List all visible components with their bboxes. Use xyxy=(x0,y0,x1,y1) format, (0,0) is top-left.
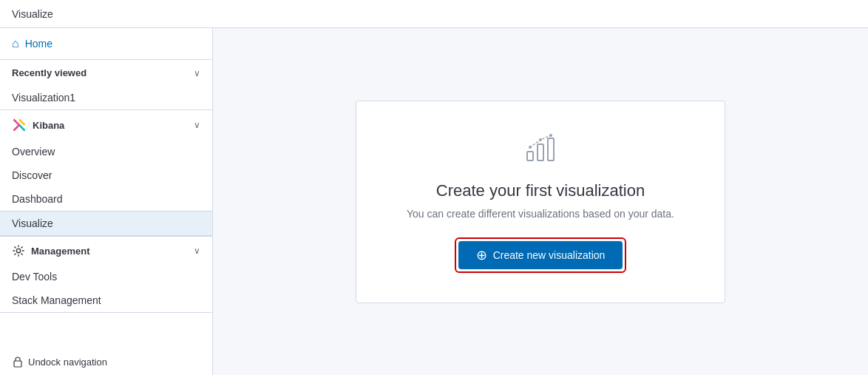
sidebar-item-dev-tools[interactable]: Dev Tools xyxy=(0,265,212,288)
content-area: Create your first visualization You can … xyxy=(213,28,868,375)
chart-icon xyxy=(523,131,558,169)
svg-rect-2 xyxy=(527,152,533,161)
create-visualization-button[interactable]: ⊕ Create new visualization xyxy=(458,241,623,269)
sidebar-item-discover[interactable]: Discover xyxy=(0,163,212,187)
undock-navigation[interactable]: Undock navigation xyxy=(0,348,212,375)
svg-rect-3 xyxy=(538,144,543,161)
management-section: Management ∨ Dev Tools Stack Management xyxy=(0,237,212,313)
undock-label: Undock navigation xyxy=(28,357,107,368)
card-title: Create your first visualization xyxy=(436,181,645,200)
sidebar-item-stack-management[interactable]: Stack Management xyxy=(0,288,212,312)
create-visualization-card: Create your first visualization You can … xyxy=(356,101,725,303)
main-layout: ⌂ Home Recently viewed ∨ Visualization1 xyxy=(0,28,868,375)
management-title: Management xyxy=(31,246,89,257)
create-button-label: Create new visualization xyxy=(493,249,606,261)
management-label-row: Management xyxy=(12,244,89,257)
sidebar: ⌂ Home Recently viewed ∨ Visualization1 xyxy=(0,28,213,375)
sidebar-item-overview[interactable]: Overview xyxy=(0,140,212,163)
create-button-wrapper: ⊕ Create new visualization xyxy=(455,237,627,273)
svg-rect-1 xyxy=(14,361,21,367)
plus-icon: ⊕ xyxy=(476,249,487,262)
sidebar-item-visualize[interactable]: Visualize xyxy=(0,211,212,236)
sidebar-item-dashboard[interactable]: Dashboard xyxy=(0,187,212,211)
recently-viewed-section: Recently viewed ∨ Visualization1 xyxy=(0,60,212,110)
management-chevron-icon: ∨ xyxy=(194,246,200,256)
kibana-section: Kibana ∨ Overview Discover Dashboard Vis… xyxy=(0,110,212,237)
gear-icon xyxy=(12,244,25,257)
management-header[interactable]: Management ∨ xyxy=(0,237,212,265)
home-icon: ⌂ xyxy=(12,37,19,50)
kibana-label-row: Kibana xyxy=(12,118,64,132)
chevron-down-icon: ∨ xyxy=(194,68,200,78)
kibana-title: Kibana xyxy=(33,120,64,131)
svg-rect-4 xyxy=(548,138,554,161)
home-label: Home xyxy=(25,38,52,50)
lock-icon xyxy=(12,356,24,368)
page-title: Visualize xyxy=(12,8,53,20)
kibana-logo-icon xyxy=(12,118,27,132)
card-subtitle: You can create different visualizations … xyxy=(407,208,674,220)
recently-viewed-title: Recently viewed xyxy=(12,67,87,78)
sidebar-item-visualization1[interactable]: Visualization1 xyxy=(0,86,212,109)
kibana-chevron-icon: ∨ xyxy=(194,120,200,130)
kibana-header[interactable]: Kibana ∨ xyxy=(0,110,212,140)
recently-viewed-header[interactable]: Recently viewed ∨ xyxy=(0,60,212,86)
sidebar-item-home[interactable]: ⌂ Home xyxy=(0,28,212,60)
svg-point-0 xyxy=(16,249,20,252)
top-bar: Visualize xyxy=(0,0,868,28)
